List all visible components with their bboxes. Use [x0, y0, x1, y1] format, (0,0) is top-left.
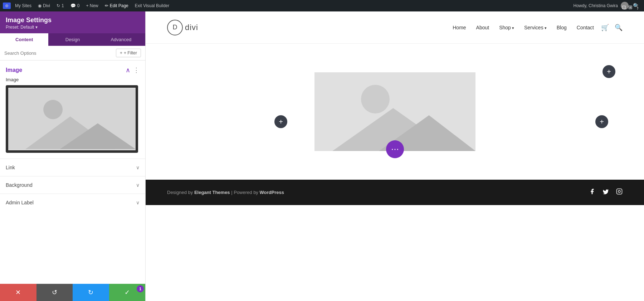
add-circle-mid-right[interactable]: + — [595, 115, 608, 128]
website-preview: D divi Home About Shop Services Blog Con… — [146, 11, 644, 301]
tab-content[interactable]: Content — [0, 33, 48, 46]
link-section[interactable]: Link ∨ — [0, 159, 145, 176]
bottom-toolbar: ✕ ↺ ↻ ✓ 1 — [0, 284, 145, 301]
undo-button[interactable]: ↺ — [36, 284, 73, 301]
divi-menu[interactable]: ◉ Divi — [36, 3, 52, 8]
divi-label: Divi — [43, 3, 50, 8]
undo-icon: ↺ — [52, 288, 57, 296]
edit-page-btn[interactable]: ✏ Edit Page — [103, 3, 131, 8]
comments-icon: 💬 — [70, 3, 76, 8]
nav-link-services[interactable]: Services — [524, 25, 547, 30]
filter-button[interactable]: + + Filter — [116, 49, 141, 57]
logo-circle: D — [167, 20, 183, 35]
save-badge: 1 — [137, 285, 144, 292]
fab-container: ⋯ — [386, 140, 404, 158]
panel-tabs: Content Design Advanced — [0, 33, 145, 46]
search-input[interactable] — [4, 50, 113, 56]
svg-rect-8 — [617, 189, 622, 194]
main-image-placeholder — [314, 72, 475, 151]
my-sites-menu[interactable]: My Sites — [13, 3, 34, 8]
content-section: + + + ⋯ — [146, 44, 644, 180]
panel-title: Image Settings — [6, 16, 140, 24]
site-nav: D divi Home About Shop Services Blog Con… — [146, 11, 644, 44]
nav-search-icon[interactable]: 🔍 — [615, 24, 623, 31]
exit-builder-label: Exit Visual Builder — [135, 3, 170, 8]
background-chevron-icon: ∨ — [136, 182, 140, 188]
updates-count: 1 — [62, 3, 64, 8]
main-image-svg — [314, 72, 475, 151]
logo-text: divi — [185, 23, 198, 32]
new-menu[interactable]: + New — [84, 3, 100, 8]
site-nav-links: Home About Shop Services Blog Contact — [453, 25, 594, 30]
comments-menu[interactable]: 💬 0 — [68, 3, 82, 8]
fab-button[interactable]: ⋯ — [386, 140, 404, 158]
link-section-title: Link — [6, 165, 15, 170]
admin-label-section[interactable]: Admin Label ∨ — [0, 194, 145, 211]
footer-text: Designed by Elegant Themes | Powered by … — [167, 190, 589, 195]
image-placeholder-svg — [8, 88, 136, 150]
panel-preset[interactable]: Preset: Default ▾ — [6, 25, 140, 30]
nav-link-shop[interactable]: Shop — [499, 25, 514, 30]
cancel-icon: ✕ — [15, 288, 21, 296]
redo-icon: ↻ — [88, 288, 93, 296]
section-controls: ∧ ⋮ — [126, 67, 140, 73]
link-chevron-icon: ∨ — [136, 165, 140, 170]
new-label: + New — [86, 3, 98, 8]
filter-icon: + — [120, 50, 122, 55]
add-circle-mid-left[interactable]: + — [274, 115, 287, 128]
nav-link-blog[interactable]: Blog — [557, 25, 567, 30]
panel-header: Image Settings Preset: Default ▾ ⊡ ⊞ ⋮ — [0, 11, 145, 33]
nav-link-contact[interactable]: Contact — [577, 25, 594, 30]
image-more-btn[interactable]: ⋮ — [133, 67, 140, 73]
image-upload-box[interactable] — [6, 85, 138, 153]
site-logo: D divi — [167, 20, 198, 35]
svg-point-1 — [43, 100, 63, 119]
background-section[interactable]: Background ∨ — [0, 176, 145, 194]
save-button[interactable]: ✓ 1 — [109, 284, 146, 301]
logo-letter: D — [173, 24, 177, 31]
panel-content: Image ∧ ⋮ Image Li — [0, 60, 145, 284]
page-content: + + + ⋯ Designed by Elegant Themes | Pow… — [146, 44, 644, 301]
cancel-button[interactable]: ✕ — [0, 284, 36, 301]
pencil-icon: ✏ — [105, 3, 108, 8]
image-preview — [8, 88, 136, 150]
tab-design[interactable]: Design — [48, 33, 97, 46]
cart-icon[interactable]: 🛒 — [601, 24, 609, 31]
left-panel: Image Settings Preset: Default ▾ ⊡ ⊞ ⋮ C… — [0, 11, 146, 301]
admin-label-chevron-icon: ∨ — [136, 200, 140, 205]
image-section-header: Image ∧ ⋮ — [0, 60, 145, 77]
divi-icon: ◉ — [38, 3, 42, 8]
my-sites-label: My Sites — [15, 3, 31, 8]
wp-admin-bar: ⊕ My Sites ◉ Divi ↻ 1 💬 0 + New ✏ Edit P… — [0, 0, 644, 11]
image-section-title: Image — [6, 67, 22, 73]
instagram-icon[interactable] — [616, 188, 623, 196]
nav-link-home[interactable]: Home — [453, 25, 466, 30]
add-circle-top-right[interactable]: + — [602, 65, 615, 78]
facebook-icon[interactable] — [589, 188, 595, 196]
nav-link-about[interactable]: About — [476, 25, 489, 30]
tab-advanced[interactable]: Advanced — [97, 33, 145, 46]
footer-social — [589, 188, 623, 196]
save-icon: ✓ — [125, 288, 130, 296]
svg-point-5 — [361, 85, 390, 113]
nav-icons: 🛒 🔍 — [601, 24, 623, 31]
wp-logo[interactable]: ⊕ — [3, 3, 11, 9]
twitter-icon[interactable] — [602, 189, 609, 196]
admin-label-title: Admin Label — [6, 200, 34, 205]
redo-button[interactable]: ↻ — [73, 284, 109, 301]
main-area: Image Settings Preset: Default ▾ ⊡ ⊞ ⋮ C… — [0, 11, 644, 301]
updates-icon: ↻ — [57, 3, 60, 8]
updates-menu[interactable]: ↻ 1 — [54, 3, 66, 8]
search-bar: + + Filter — [0, 46, 145, 60]
comments-count: 0 — [77, 3, 80, 8]
image-collapse-btn[interactable]: ∧ — [126, 67, 130, 73]
site-footer: Designed by Elegant Themes | Powered by … — [146, 180, 644, 205]
wp-icon: ⊕ — [5, 3, 9, 8]
image-field-label: Image — [0, 77, 145, 85]
exit-builder-btn[interactable]: Exit Visual Builder — [133, 3, 172, 8]
edit-page-label: Edit Page — [110, 3, 128, 8]
background-section-title: Background — [6, 182, 33, 188]
